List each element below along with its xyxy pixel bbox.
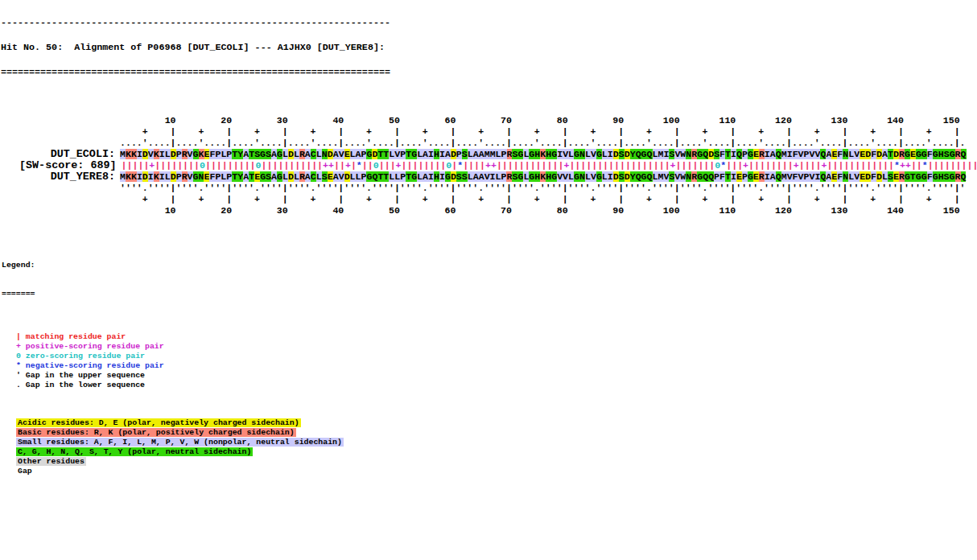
residue-run: T: [725, 149, 731, 159]
residue-run: S: [619, 149, 625, 159]
residue-run: LAAVILP: [468, 171, 507, 182]
residue-run: S: [322, 171, 328, 182]
residue-run: LV: [585, 171, 596, 182]
match-symbol-run: ++: [900, 160, 911, 171]
residue-run: D: [142, 171, 148, 182]
ruler-ticks-bottom: + | + | + | + | + | + | + | + | + | + | …: [120, 194, 966, 205]
residue-run: LMV: [653, 171, 670, 182]
residue-run: D: [625, 171, 630, 182]
residue-run: I: [137, 171, 142, 182]
legend-title: Legend:: [2, 261, 977, 270]
match-symbol-run: ||||||||: [748, 160, 794, 171]
residue-run: LI: [602, 149, 613, 159]
residue-run: KK: [126, 171, 137, 182]
residue-run: E: [753, 149, 759, 159]
lower-sequence-label: DUT_YERE8:: [19, 171, 120, 183]
legend-class-row: Acidic residues: D, E (polar, negatively…: [16, 418, 977, 428]
match-symbol-run: |||||||||||: [262, 160, 324, 171]
residue-run: A: [882, 149, 888, 159]
residue-run: F: [927, 149, 933, 159]
legend-item: + positive-scoring residue pair: [16, 342, 977, 352]
ruler-top-ticks: + | + | + | + | + | + | + | + | + | + | …: [19, 126, 977, 138]
residue-run: VVL: [557, 171, 574, 182]
residue-run: LVP: [389, 149, 406, 159]
legend-section: Legend: ======= | matching residue pair+…: [2, 241, 977, 486]
match-symbol-run: ||||||||: [155, 160, 200, 171]
residue-run: D: [142, 149, 148, 159]
residue-run: P: [176, 149, 182, 159]
residue-run: I: [731, 149, 736, 159]
guide-dots-bottom: ''''.''''|''''.''''|''''.''''|''''.''''|…: [120, 183, 966, 194]
legend-class-chip: Basic residues: R, K (polar, positively …: [16, 428, 296, 437]
match-symbol-run: ++: [323, 160, 334, 171]
match-symbol-run: |||||||||: [928, 160, 977, 171]
residue-run: D: [451, 171, 456, 182]
residue-run: R: [182, 149, 188, 159]
residue-run: GQTT: [366, 171, 389, 182]
residue-run: D: [171, 149, 176, 159]
residue-run: LMI: [653, 149, 670, 159]
residue-run: V: [188, 149, 193, 159]
guide-line-bottom: ''''.''''|''''.''''|''''.''''|''''.''''|…: [19, 183, 977, 194]
residue-run: Q: [961, 171, 967, 182]
residue-run: P: [742, 149, 748, 159]
residue-run: R: [955, 171, 961, 182]
residue-run: AV: [333, 171, 344, 182]
residue-run: L: [282, 149, 288, 159]
residue-run: L: [882, 171, 888, 182]
residue-run: GH: [529, 171, 540, 182]
sequence-row-upper: DUT_ECOLI:MKKIDVKILDPRVGKEFPLPTYATSGSAGL…: [19, 149, 977, 160]
residue-run: GH: [529, 149, 540, 159]
residue-run: TY: [232, 149, 243, 159]
residue-run: M: [120, 171, 126, 182]
match-symbol-run: |||: [726, 160, 743, 171]
residue-run: GN: [574, 171, 585, 182]
residue-run: G: [596, 149, 602, 159]
residue-run: IA: [439, 149, 451, 159]
residue-run: Q: [776, 171, 781, 182]
residue-run: TT: [377, 149, 389, 159]
ruler-top-numbers: 10 20 30 40 50 60 70 80 90 100 110 120 1…: [19, 115, 977, 126]
residue-run: V: [148, 149, 154, 159]
residue-run: ED: [860, 171, 871, 182]
residue-run: G: [277, 171, 282, 182]
residue-run: D: [171, 171, 176, 182]
residue-run: AV: [333, 149, 344, 159]
residue-run: I: [731, 171, 736, 182]
match-symbol-run: 0: [373, 160, 379, 171]
legend-item: * negative-scoring residue pair: [16, 361, 977, 371]
residue-run: IL: [159, 171, 171, 182]
residue-run: D: [876, 171, 882, 182]
legend-item: 0 zero-scoring residue pair: [16, 352, 977, 361]
residue-run: Q: [776, 149, 781, 159]
residue-run: ED: [860, 149, 871, 159]
report-header: ----------------------------------------…: [1, 2, 977, 85]
residue-run: S: [462, 149, 468, 159]
residue-run: L: [316, 149, 322, 159]
residue-run: E: [753, 171, 759, 182]
residue-run: E: [736, 171, 742, 182]
residue-run: R: [299, 149, 305, 159]
residue-run: LAI: [417, 149, 434, 159]
residue-run: P: [742, 171, 748, 182]
residue-run: D: [288, 171, 294, 182]
legend-underline: =======: [2, 290, 977, 299]
residue-run: F: [927, 171, 933, 182]
residue-run: M: [120, 149, 126, 159]
ruler-bottom-ticks: + | + | + | + | + | + | + | + | + | + | …: [19, 194, 977, 205]
match-symbol-run: |||||||: [676, 160, 715, 171]
residue-run: D: [344, 171, 350, 182]
legend-item: | matching residue pair: [16, 332, 977, 342]
legend-class-chip: Gap: [16, 467, 34, 476]
ruler-bottom-numbers: 10 20 30 40 50 60 70 80 90 100 110 120 1…: [19, 205, 977, 216]
residue-run: F: [871, 171, 876, 182]
residue-run: P: [176, 171, 182, 182]
residue-run: E: [893, 171, 899, 182]
residue-run: P: [456, 149, 462, 159]
residue-run: C: [311, 149, 316, 159]
residue-run: IVL: [557, 149, 574, 159]
residue-run: G: [445, 171, 451, 182]
residue-run: C: [311, 171, 316, 182]
residue-run: A: [305, 149, 311, 159]
residue-run: IA: [765, 171, 776, 182]
